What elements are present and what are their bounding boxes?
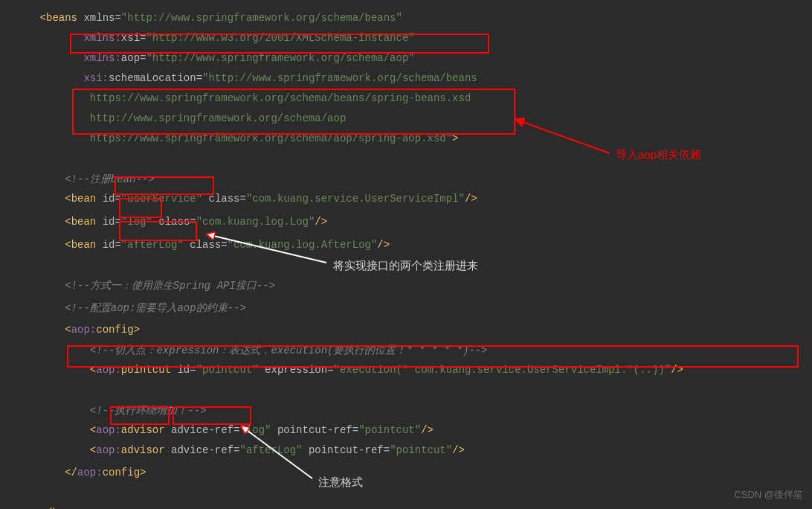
svg-line-0	[517, 120, 610, 153]
highlight-box-afterlog	[119, 221, 197, 241]
arrow-format	[238, 423, 320, 482]
highlight-box-aop-schema	[72, 89, 515, 135]
annotation-register-classes: 将实现接口的两个类注册进来	[333, 259, 478, 273]
svg-line-1	[207, 234, 326, 263]
code-line: </aop:config>	[15, 455, 146, 490]
highlight-box-advisor	[110, 406, 170, 425]
code-line: <bean id="afterLog" class="com.kuang.log…	[15, 227, 390, 263]
highlight-box-pointcut	[67, 345, 799, 368]
annotation-format: 注意格式	[318, 476, 363, 490]
code-editor: <beans xmlns="http://www.springframework…	[0, 0, 812, 509]
svg-line-2	[242, 426, 312, 478]
highlight-box-userservice	[115, 176, 214, 195]
arrow-register-classes	[204, 231, 330, 266]
highlight-box-xmlns-aop	[70, 33, 489, 54]
watermark: CSDN @後伴笙	[734, 488, 803, 502]
arrow-aop-deps	[513, 116, 625, 161]
highlight-box-log	[119, 198, 162, 218]
annotation-aop-deps: 导入aop相关依赖	[616, 148, 701, 162]
code-line: </beans>	[15, 495, 90, 509]
